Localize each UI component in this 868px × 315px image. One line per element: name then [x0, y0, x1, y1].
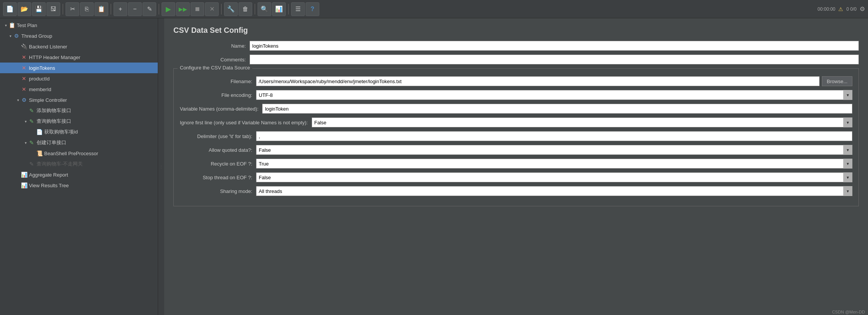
allow-quoted-select[interactable]: False True: [256, 145, 852, 155]
allow-quoted-select-wrapper: False True ▼: [256, 145, 852, 155]
tree-item-login-tokens[interactable]: ✕ loginTokens: [0, 63, 158, 73]
product-id-icon: ✕: [21, 75, 27, 82]
tree-item-view-results-tree[interactable]: 📊 View Results Tree: [0, 180, 158, 191]
sep5: [255, 4, 255, 14]
tree-item-backend-listener[interactable]: 🔌 Backend Listener: [0, 41, 158, 52]
delimiter-input[interactable]: [256, 131, 852, 141]
ignore-first-line-select[interactable]: False True: [312, 117, 852, 127]
stop-thread-label: Stop thread on EOF ?:: [180, 175, 256, 180]
file-encoding-label: File encoding:: [180, 92, 256, 98]
tree-item-simple-controller[interactable]: ▾ ⚙ Simple Controller: [0, 95, 158, 105]
aggregate-report-icon: 📊: [21, 171, 27, 178]
view-results-tree-label: View Results Tree: [29, 183, 69, 188]
member-id-label: memberId: [29, 87, 51, 92]
stop-thread-row: Stop thread on EOF ?: False True ▼: [180, 172, 852, 182]
sharing-mode-label: Sharing mode:: [180, 188, 256, 194]
product-id-label: productId: [29, 76, 50, 82]
test-plan-icon: 📋: [8, 22, 15, 29]
tree-item-get-cart-item[interactable]: 📄 获取购物车项id: [0, 127, 158, 137]
name-input[interactable]: [250, 41, 859, 51]
copy-button[interactable]: ⎘: [80, 2, 94, 16]
toggle-get-cart-item: [30, 129, 36, 135]
tree-item-member-id[interactable]: ✕ memberId: [0, 84, 158, 95]
recycle-eof-row: Recycle on EOF ?: True False ▼: [180, 159, 852, 169]
query-cart-no-gateway-icon: ✎: [28, 161, 35, 167]
browse-button-filename[interactable]: Browse...: [822, 76, 852, 86]
beanshell-label: BeanShell PreProcessor: [44, 151, 98, 156]
toggle-beanshell: [30, 151, 36, 156]
tree-item-test-plan[interactable]: ▾ 📋 Test Plan: [0, 20, 158, 31]
settings-icon[interactable]: ⚙: [860, 5, 865, 13]
ignore-first-line-label: Ignore first line (only used if Variable…: [180, 120, 312, 125]
add-cart-label: 添加购物车接口: [37, 107, 71, 114]
template-button[interactable]: ☰: [291, 2, 305, 16]
tree-item-add-cart[interactable]: ✎ 添加购物车接口: [0, 105, 158, 116]
remove-button[interactable]: −: [128, 2, 142, 16]
cut-button[interactable]: ✂: [66, 2, 79, 16]
search-button[interactable]: 🔍: [258, 2, 271, 16]
toggle-product-id: [15, 76, 21, 81]
browse-button[interactable]: ✎: [143, 2, 156, 16]
get-cart-item-icon: 📄: [36, 129, 43, 135]
tree-item-create-order[interactable]: ▾ ✎ 创建订单接口: [0, 137, 158, 148]
tree-item-query-cart[interactable]: ▾ ✎ 查询购物车接口: [0, 116, 158, 127]
tree-panel: ▾ 📋 Test Plan ▾ ⚙ Thread Group 🔌 Backend…: [0, 18, 158, 315]
stop-button[interactable]: ⏹: [191, 2, 204, 16]
new-button[interactable]: 📄: [3, 2, 17, 16]
variable-names-row: Variable Names (comma-delimited):: [180, 104, 852, 114]
thread-group-icon: ⚙: [13, 32, 20, 39]
tree-item-aggregate-report[interactable]: 📊 Aggregate Report: [0, 169, 158, 180]
save-as-button[interactable]: 🖫: [46, 2, 60, 16]
tree-item-thread-group[interactable]: ▾ ⚙ Thread Group: [0, 31, 158, 41]
delimiter-row: Delimiter (use '\t' for tab):: [180, 131, 852, 141]
thread-group-label: Thread Group: [21, 33, 52, 39]
sharing-mode-select[interactable]: All threads Current thread group Current…: [256, 186, 852, 196]
ignore-first-line-select-wrapper: False True ▼: [312, 117, 852, 127]
allow-quoted-row: Allow quoted data?: False True ▼: [180, 145, 852, 155]
clear-button[interactable]: 🔧: [224, 2, 238, 16]
toolbar: 📄 📂 💾 🖫 ✂ ⎘ 📋 + − ✎ ▶ ▶▶ ⏹ ✕ 🔧 🗑 🔍 📊 ☰ ?…: [0, 0, 868, 18]
toggle-aggregate-report: [15, 172, 21, 177]
clear-all-button[interactable]: 🗑: [239, 2, 252, 16]
allow-quoted-label: Allow quoted data?:: [180, 147, 256, 153]
stop-thread-select-wrapper: False True ▼: [256, 172, 852, 182]
sep1: [62, 4, 63, 14]
tree-item-beanshell[interactable]: 📜 BeanShell PreProcessor: [0, 148, 158, 159]
panel-title: CSV Data Set Config: [173, 26, 859, 35]
member-id-icon: ✕: [21, 86, 27, 93]
sharing-mode-select-wrapper: All threads Current thread group Current…: [256, 186, 852, 196]
query-cart-no-gateway-label: 查询购物车-不走网关: [37, 161, 83, 167]
shutdown-button[interactable]: ✕: [205, 2, 219, 16]
tree-item-query-cart-no-gateway[interactable]: ✎ 查询购物车-不走网关: [0, 159, 158, 169]
func-button[interactable]: 📊: [272, 2, 286, 16]
paste-button[interactable]: 📋: [94, 2, 108, 16]
create-order-label: 创建订单接口: [37, 139, 66, 146]
sharing-mode-row: Sharing mode: All threads Current thread…: [180, 186, 852, 196]
toggle-backend: [15, 44, 21, 49]
variable-names-label: Variable Names (comma-delimited):: [180, 106, 262, 112]
name-label: Name:: [173, 43, 250, 49]
recycle-eof-select[interactable]: True False: [256, 159, 852, 169]
add-button[interactable]: +: [114, 2, 127, 16]
toggle-thread-group: ▾: [8, 33, 13, 39]
comments-input[interactable]: [250, 55, 859, 64]
tree-item-http-header-manager[interactable]: ✕ HTTP Header Manager: [0, 52, 158, 63]
open-button[interactable]: 📂: [18, 2, 31, 16]
toggle-simple-controller: ▾: [15, 97, 21, 103]
file-encoding-select[interactable]: UTF-8 UTF-16 ISO-8859-1: [256, 90, 852, 100]
save-button[interactable]: 💾: [32, 2, 46, 16]
panel-drag-handle[interactable]: ⋮: [158, 18, 164, 315]
toggle-view-results-tree: [15, 183, 21, 188]
run-button[interactable]: ▶: [162, 2, 175, 16]
variable-names-input[interactable]: [262, 104, 852, 114]
csv-config-group-title: Configure the CSV Data Source: [178, 65, 252, 71]
run-no-pause-button[interactable]: ▶▶: [176, 2, 190, 16]
stop-thread-select[interactable]: False True: [256, 172, 852, 182]
simple-controller-icon: ⚙: [21, 96, 27, 103]
name-row: Name:: [173, 41, 859, 51]
filename-input[interactable]: [256, 76, 820, 86]
tree-item-product-id[interactable]: ✕ productId: [0, 73, 158, 84]
http-header-icon: ✕: [21, 54, 27, 61]
help-button[interactable]: ?: [306, 2, 319, 16]
sep3: [159, 4, 159, 14]
